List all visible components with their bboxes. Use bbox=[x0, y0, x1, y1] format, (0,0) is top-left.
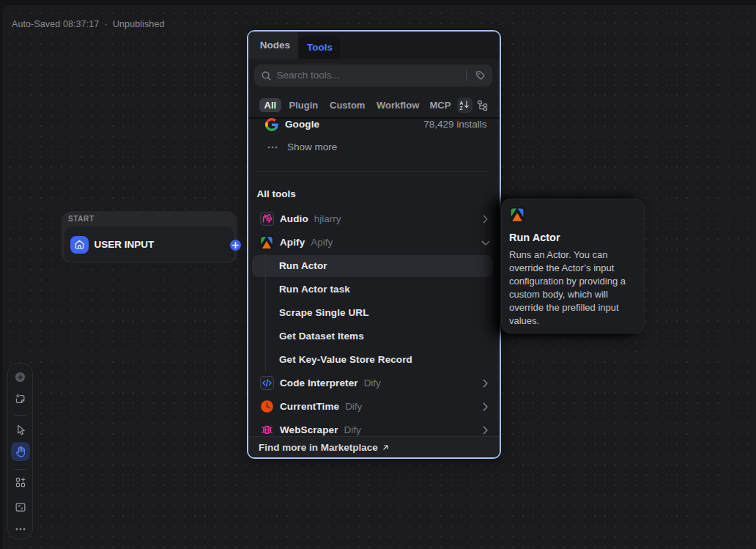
svg-text:Z: Z bbox=[460, 106, 463, 110]
svg-text:A: A bbox=[460, 100, 464, 106]
